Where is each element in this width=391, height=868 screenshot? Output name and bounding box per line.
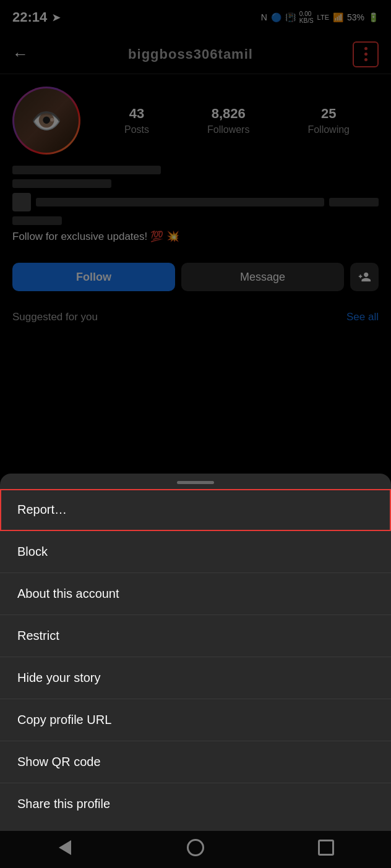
sheet-handle	[177, 481, 214, 484]
sheet-item-block[interactable]: Block	[0, 531, 391, 573]
sheet-item-copy-url[interactable]: Copy profile URL	[0, 699, 391, 741]
sheet-item-qr-code[interactable]: Show QR code	[0, 741, 391, 783]
sheet-item-about[interactable]: About this account	[0, 573, 391, 615]
sheet-item-restrict[interactable]: Restrict	[0, 615, 391, 657]
sheet-item-report[interactable]: Report…	[0, 489, 391, 531]
sheet-item-share[interactable]: Share this profile	[0, 783, 391, 825]
bottom-sheet: Report… Block About this account Restric…	[0, 474, 391, 831]
sheet-item-hide-story[interactable]: Hide your story	[0, 657, 391, 699]
